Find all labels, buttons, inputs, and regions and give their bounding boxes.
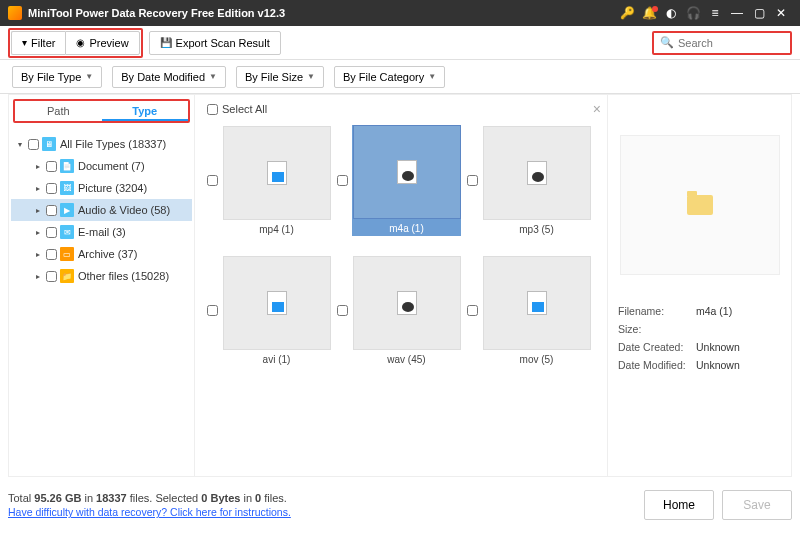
tree-checkbox[interactable] (46, 205, 57, 216)
tree-checkbox[interactable] (46, 271, 57, 282)
highlight-box-filter-preview: ▾ Filter ◉ Preview (8, 28, 143, 58)
tree-checkbox[interactable] (46, 227, 57, 238)
tree-item-archive[interactable]: ▸ ▭ Archive (37) (11, 243, 192, 265)
filter-date-modified[interactable]: By Date Modified▼ (112, 66, 226, 88)
home-button[interactable]: Home (644, 490, 714, 520)
globe-icon[interactable]: ◐ (660, 6, 682, 20)
tree-item-email[interactable]: ▸ ✉ E-mail (3) (11, 221, 192, 243)
archive-icon: ▭ (60, 247, 74, 261)
tree-item-picture[interactable]: ▸ 🖼 Picture (3204) (11, 177, 192, 199)
select-all-row: Select All (203, 101, 599, 121)
chevron-right-icon: ▸ (33, 228, 43, 237)
save-button[interactable]: Save (722, 490, 792, 520)
close-panel-icon[interactable]: × (593, 101, 601, 117)
key-icon[interactable]: 🔑 (616, 6, 638, 20)
file-checkbox[interactable] (207, 305, 218, 316)
grid-item[interactable]: mp3 (5) (467, 125, 591, 236)
file-icon (397, 160, 417, 184)
label-size: Size: (618, 323, 696, 335)
filter-row: By File Type▼ By Date Modified▼ By File … (0, 60, 800, 94)
preview-thumbnail (620, 135, 780, 275)
value-filename: m4a (1) (696, 305, 732, 317)
grid-item[interactable]: mp4 (1) (207, 125, 331, 236)
file-checkbox[interactable] (337, 305, 348, 316)
filter-file-type[interactable]: By File Type▼ (12, 66, 102, 88)
file-grid: mp4 (1) m4a (1) mp3 (5) (203, 121, 599, 369)
tab-type[interactable]: Type (102, 101, 189, 121)
file-checkbox[interactable] (467, 305, 478, 316)
tree-checkbox[interactable] (46, 249, 57, 260)
folder-icon: 📁 (60, 269, 74, 283)
file-checkbox[interactable] (207, 175, 218, 186)
label-modified: Date Modified: (618, 359, 696, 371)
value-created: Unknown (696, 341, 740, 353)
preview-button[interactable]: ◉ Preview (65, 31, 139, 55)
window-title: MiniTool Power Data Recovery Free Editio… (28, 7, 616, 19)
footer-stats: Total 95.26 GB in 18337 files. Selected … (8, 492, 291, 504)
tree: ▾ 🖥 All File Types (18337) ▸ 📄 Document … (9, 127, 194, 293)
chevron-down-icon: ▼ (85, 72, 93, 81)
tree-item-label: E-mail (3) (78, 226, 126, 238)
main-area: Path Type ▾ 🖥 All File Types (18337) ▸ 📄… (8, 94, 792, 477)
eye-icon: ◉ (76, 37, 85, 48)
highlight-box-search: 🔍 (652, 31, 792, 55)
grid-item[interactable]: mov (5) (467, 256, 591, 365)
footer: Total 95.26 GB in 18337 files. Selected … (8, 483, 792, 527)
grid-item[interactable]: avi (1) (207, 256, 331, 365)
file-icon (527, 161, 547, 185)
mail-icon: ✉ (60, 225, 74, 239)
search-icon: 🔍 (660, 36, 674, 49)
chevron-down-icon: ▾ (15, 140, 25, 149)
file-label: mov (5) (520, 354, 554, 365)
chevron-down-icon: ▼ (209, 72, 217, 81)
tree-item-label: Archive (37) (78, 248, 137, 260)
app-logo (8, 6, 22, 20)
help-link[interactable]: Have difficulty with data recovery? Clic… (8, 506, 291, 518)
file-icon (267, 291, 287, 315)
file-icon (397, 291, 417, 315)
tree-root[interactable]: ▾ 🖥 All File Types (18337) (11, 133, 192, 155)
tree-item-audio-video[interactable]: ▸ ▶ Audio & Video (58) (11, 199, 192, 221)
filter-label: Filter (31, 37, 55, 49)
select-all-checkbox[interactable] (207, 104, 218, 115)
tree-item-label: Document (7) (78, 160, 145, 172)
tree-item-other[interactable]: ▸ 📁 Other files (15028) (11, 265, 192, 287)
headset-icon[interactable]: 🎧 (682, 6, 704, 20)
bell-icon[interactable]: 🔔 (638, 6, 660, 20)
titlebar: MiniTool Power Data Recovery Free Editio… (0, 0, 800, 26)
chevron-right-icon: ▸ (33, 184, 43, 193)
export-button[interactable]: 💾 Export Scan Result (149, 31, 281, 55)
filter-file-size[interactable]: By File Size▼ (236, 66, 324, 88)
value-modified: Unknown (696, 359, 740, 371)
tree-item-document[interactable]: ▸ 📄 Document (7) (11, 155, 192, 177)
tree-root-checkbox[interactable] (28, 139, 39, 150)
grid-item[interactable]: wav (45) (337, 256, 461, 365)
file-label: avi (1) (263, 354, 291, 365)
save-icon: 💾 (160, 37, 172, 48)
video-icon: ▶ (60, 203, 74, 217)
funnel-icon: ▾ (22, 37, 27, 48)
chevron-down-icon: ▼ (307, 72, 315, 81)
minimize-icon[interactable]: — (726, 6, 748, 20)
tree-checkbox[interactable] (46, 161, 57, 172)
chevron-right-icon: ▸ (33, 162, 43, 171)
preview-pane: Filename:m4a (1) Size: Date Created:Unkn… (607, 95, 791, 476)
maximize-icon[interactable]: ▢ (748, 6, 770, 20)
tree-item-label: Audio & Video (58) (78, 204, 170, 216)
close-icon[interactable]: ✕ (770, 6, 792, 20)
file-checkbox[interactable] (467, 175, 478, 186)
monitor-icon: 🖥 (42, 137, 56, 151)
document-icon: 📄 (60, 159, 74, 173)
file-checkbox[interactable] (337, 175, 348, 186)
toolbar: ▾ Filter ◉ Preview 💾 Export Scan Result … (0, 26, 800, 60)
label-created: Date Created: (618, 341, 696, 353)
tab-path[interactable]: Path (15, 101, 102, 121)
menu-icon[interactable]: ≡ (704, 6, 726, 20)
grid-item-selected[interactable]: m4a (1) (337, 125, 461, 236)
chevron-right-icon: ▸ (33, 250, 43, 259)
filter-button[interactable]: ▾ Filter (11, 31, 65, 55)
search-input[interactable] (678, 37, 784, 49)
preview-label: Preview (89, 37, 128, 49)
tree-checkbox[interactable] (46, 183, 57, 194)
filter-file-category[interactable]: By File Category▼ (334, 66, 445, 88)
